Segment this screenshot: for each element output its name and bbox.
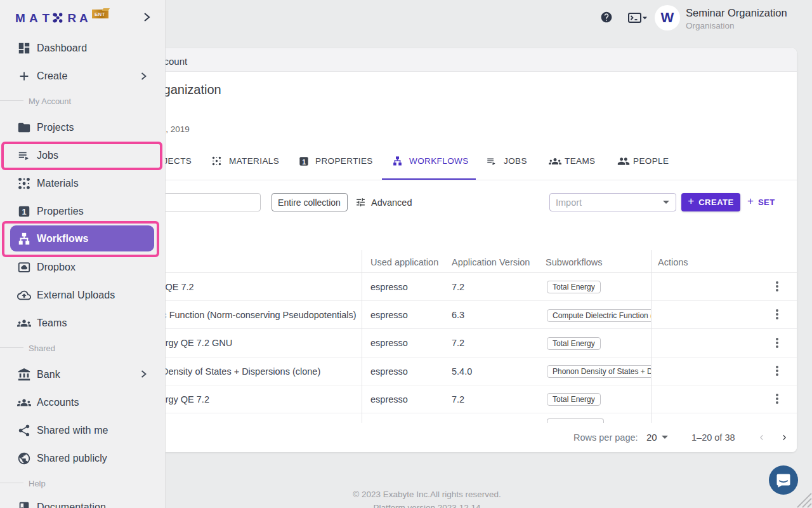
- svg-text:1: 1: [302, 157, 306, 165]
- svg-text:1: 1: [22, 207, 27, 217]
